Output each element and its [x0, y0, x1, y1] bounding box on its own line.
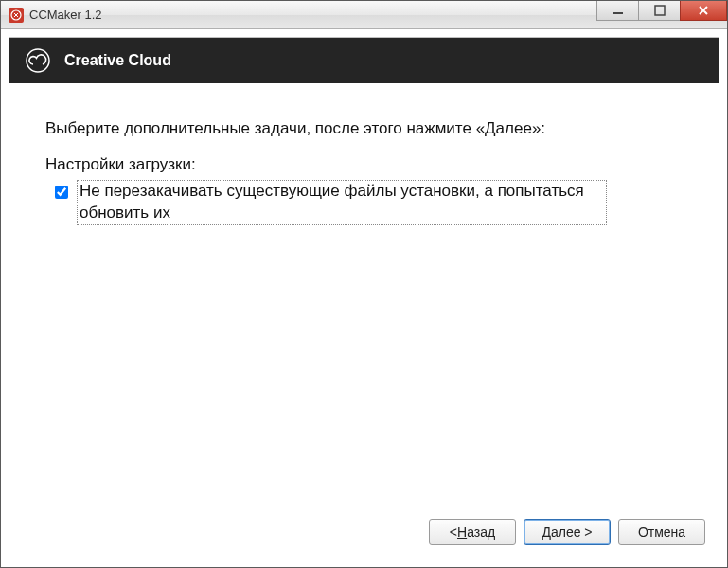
svg-rect-1	[613, 12, 623, 14]
close-icon	[697, 5, 710, 16]
app-icon	[9, 8, 24, 23]
close-button[interactable]	[680, 0, 727, 21]
next-button[interactable]: Далее >	[524, 519, 611, 545]
window-title: CCMaker 1.2	[29, 8, 102, 22]
window-controls	[596, 0, 727, 21]
cancel-button[interactable]: Отмена	[618, 519, 705, 545]
creative-cloud-icon	[25, 47, 51, 74]
update-files-label[interactable]: Не перезакачивать существующие файлы уст…	[77, 180, 607, 225]
section-label: Настройки загрузки:	[45, 155, 683, 174]
button-row: < Назад Далее > Отмена	[9, 507, 719, 559]
wizard-panel: Creative Cloud Выберите дополнительные з…	[9, 37, 719, 559]
update-files-checkbox[interactable]	[55, 186, 68, 199]
back-button[interactable]: < Назад	[429, 519, 516, 545]
product-header: Creative Cloud	[9, 38, 719, 83]
option-row: Не перезакачивать существующие файлы уст…	[51, 180, 683, 225]
content-area: Выберите дополнительные задачи, после эт…	[9, 83, 719, 507]
minimize-button[interactable]	[596, 0, 639, 21]
minimize-icon	[613, 5, 624, 16]
svg-rect-2	[655, 6, 665, 15]
maximize-button[interactable]	[638, 0, 681, 21]
instruction-text: Выберите дополнительные задачи, после эт…	[45, 119, 683, 138]
maximize-icon	[654, 5, 666, 16]
product-title: Creative Cloud	[64, 52, 171, 69]
titlebar: CCMaker 1.2	[1, 1, 727, 29]
